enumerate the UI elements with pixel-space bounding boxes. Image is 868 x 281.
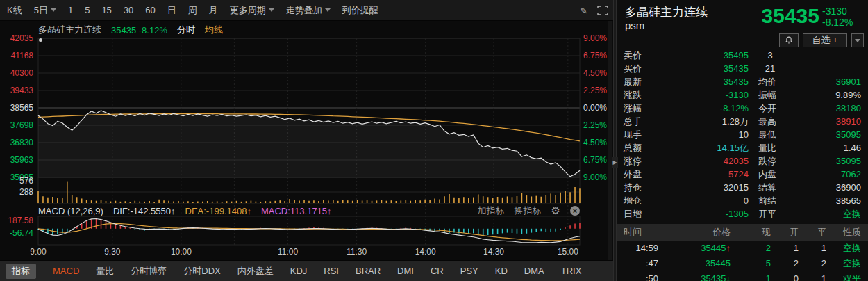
minute-chart-area: 多晶硅主力连续 35435 -8.12% 分时 均线 4203541168403… <box>0 21 614 260</box>
trading-app: K线5日15153060日周月更多周期走势叠加到价提醒 ✎ 多晶硅主力连续 35… <box>0 0 868 281</box>
indicator-tab-量比[interactable]: 量比 <box>96 265 114 278</box>
axis-label: 37698 <box>0 120 33 130</box>
indicator-tabbar: 指标 MACD量比分时博弈分时DDX内外盘差KDJRSIBRARDMICRPSY… <box>0 260 614 281</box>
toolbar-item-月[interactable]: 月 <box>209 4 218 17</box>
time-label: 11:00 <box>272 247 304 257</box>
quote-row: 持仓32015结算36900 <box>617 181 868 194</box>
axis-label: 288 <box>0 187 33 197</box>
draw-tool-icon[interactable]: ✎ <box>580 6 587 16</box>
toolbar-item-15[interactable]: 15 <box>101 5 111 15</box>
axis-label: 42035 <box>0 33 33 43</box>
indicator-tab-PSY[interactable]: PSY <box>460 266 478 276</box>
axis-label: 187.58 <box>0 216 33 225</box>
time-label: 14:30 <box>478 247 510 257</box>
tick-table-header: 时间价格现开平性质 <box>617 224 868 241</box>
time-label: 10:00 <box>165 247 197 257</box>
quote-row: 现手10最低35095 <box>617 128 868 141</box>
axis-label: -56.74 <box>0 228 33 238</box>
instrument-name: 多晶硅主力连续 <box>625 4 708 20</box>
quote-row: 涨停42035跌停35095 <box>617 154 868 168</box>
indicator-tab-DMA[interactable]: DMA <box>524 266 544 276</box>
price-alert-bell-icon[interactable] <box>779 33 799 47</box>
toolbar-item-到价提醒[interactable]: 到价提醒 <box>342 4 378 17</box>
toolbar-item-更多周期[interactable]: 更多周期 <box>230 4 274 17</box>
toolbar-item-5日[interactable]: 5日 <box>34 4 56 17</box>
tick-row: 14:5935445↑211空换 <box>617 241 868 256</box>
indicator-settings-gear-icon[interactable]: ⚙ <box>551 204 560 217</box>
quote-row: 涨幅-8.12%今开38180 <box>617 102 868 115</box>
macd-dea-value: DEA:-199.1408↑ <box>185 206 251 216</box>
indicator-tab-DMI[interactable]: DMI <box>397 266 414 276</box>
tick-header-时间: 时间 <box>624 224 658 241</box>
time-label: 9:30 <box>97 247 128 257</box>
add-watchlist-button[interactable]: 自选 + <box>803 33 847 47</box>
toolbar-item-日[interactable]: 日 <box>167 4 176 17</box>
tick-row: :5035435↓101双平 <box>617 271 868 281</box>
axis-label: 39433 <box>0 86 33 95</box>
instrument-code: psm <box>625 19 644 31</box>
axis-label: 40300 <box>0 68 33 78</box>
add-indicator-button[interactable]: 加指标 <box>478 204 505 217</box>
indicator-tab-BRAR[interactable]: BRAR <box>356 266 381 276</box>
quote-row: 最新35435均价36901 <box>617 75 868 88</box>
panel-collapse-handle[interactable]: ▶ <box>612 157 618 168</box>
macd-dif-value: DIF:-142.5550↑ <box>113 206 176 216</box>
indicator-tab-RSI[interactable]: RSI <box>324 266 339 276</box>
indicator-tab-MACD[interactable]: MACD <box>53 266 79 276</box>
toolbar-item-走势叠加[interactable]: 走势叠加 <box>286 4 331 17</box>
watchlist-dropdown-icon[interactable] <box>851 33 864 47</box>
period-toolbar: K线5日15153060日周月更多周期走势叠加到价提醒 ✎ <box>0 0 614 21</box>
change-value: -3130 <box>822 6 865 17</box>
time-label: 9:00 <box>22 247 54 257</box>
time-label: 11:30 <box>341 247 373 257</box>
time-label: 15:00 <box>552 247 584 257</box>
quote-row: 涨跌-3130振幅9.89% <box>617 88 868 102</box>
indicator-chip: 指标 <box>6 264 36 279</box>
toolbar-item-K线[interactable]: K线 <box>7 4 22 17</box>
axis-label: 36830 <box>0 138 33 147</box>
tick-header-性质: 性质 <box>826 224 861 241</box>
tick-table: 时间价格现开平性质 14:5935445↑211空换:4735445522空换:… <box>617 224 868 281</box>
price-change: -3130 -8.12% <box>822 6 865 28</box>
axis-label: 38565 <box>0 103 33 113</box>
bidask-row: 卖价354953 <box>617 49 868 62</box>
indicator-tab-分时博弈[interactable]: 分时博弈 <box>131 265 167 278</box>
last-price: 35435 <box>762 4 819 28</box>
indicator-tab-KDJ[interactable]: KDJ <box>290 266 308 276</box>
axis-label: 41168 <box>0 51 33 61</box>
indicator-tab-内外盘差[interactable]: 内外盘差 <box>237 265 274 278</box>
switch-indicator-button[interactable]: 换指标 <box>515 204 542 217</box>
toolbar-item-周[interactable]: 周 <box>188 4 197 17</box>
fullscreen-icon[interactable] <box>597 6 608 15</box>
quote-panel: 多晶硅主力连续 psm 35435 -3130 -8.12% 自选 + 卖价35… <box>617 0 868 281</box>
indicator-tab-KD[interactable]: KD <box>495 266 508 276</box>
axis-label: 35963 <box>0 155 33 165</box>
quote-row: 日增-1305开平空换 <box>617 207 868 220</box>
chart-scrollbar[interactable] <box>608 21 612 260</box>
tick-header-开: 开 <box>771 224 799 241</box>
toolbar-item-30[interactable]: 30 <box>124 5 133 15</box>
indicator-tab-CR[interactable]: CR <box>431 266 444 276</box>
macd-formula: MACD (12,26,9) <box>38 206 103 216</box>
toolbar-item-5[interactable]: 5 <box>85 5 90 15</box>
period-toolbar-items: K线5日15153060日周月更多周期走势叠加到价提醒 <box>7 4 390 17</box>
toolbar-item-60[interactable]: 60 <box>145 5 155 15</box>
macd-header-row: MACD (12,26,9) DIF:-142.5550↑ DEA:-199.1… <box>38 204 580 217</box>
time-label: 14:00 <box>410 247 442 257</box>
indicator-tab-分时DDX[interactable]: 分时DDX <box>183 265 220 278</box>
tick-header-现: 现 <box>731 224 771 241</box>
marker-dot <box>39 38 42 42</box>
change-percent: -8.12% <box>822 17 865 28</box>
quote-grid: 卖价354953买价3543521最新35435均价36901涨跌-3130振幅… <box>617 49 868 220</box>
quote-row: 增仓0前结38565 <box>617 194 868 207</box>
quote-row: 外盘5724内盘7062 <box>617 168 868 181</box>
tick-header-平: 平 <box>799 224 826 241</box>
axis-label: 576 <box>0 176 33 186</box>
toolbar-item-1[interactable]: 1 <box>68 5 73 15</box>
chart-canvas[interactable] <box>0 21 614 260</box>
indicator-tab-TRIX[interactable]: TRIX <box>561 266 582 276</box>
close-indicator-icon[interactable]: × <box>570 206 580 216</box>
tick-row: :4735445522空换 <box>617 256 868 271</box>
quote-row: 总手1.28万最高38910 <box>617 115 868 128</box>
bidask-row: 买价3543521 <box>617 62 868 75</box>
